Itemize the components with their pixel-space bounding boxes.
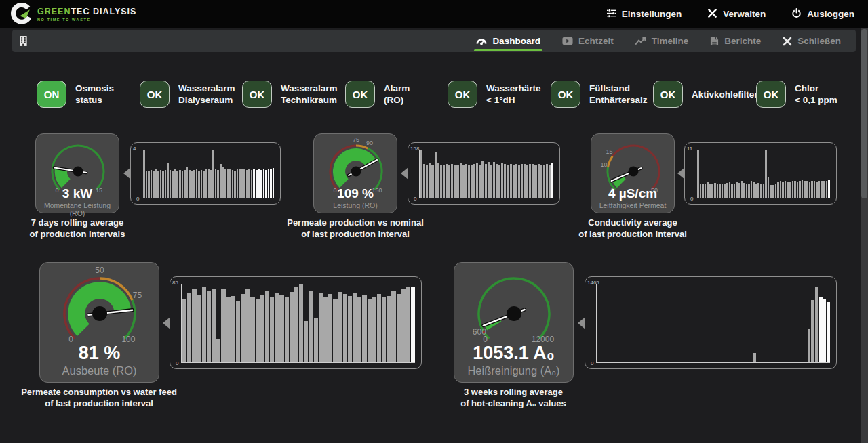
bar — [232, 170, 234, 198]
bar — [210, 170, 212, 198]
bar — [777, 182, 779, 198]
bar — [275, 293, 279, 362]
bar — [226, 297, 231, 362]
tab-echtzeit[interactable]: Echtzeit — [562, 36, 614, 46]
status-wasseralarm-dialyseraum-label: WasseralarmDialyseraum — [178, 83, 235, 106]
bar — [797, 182, 799, 198]
menu-verwalten[interactable]: Verwalten — [707, 8, 766, 20]
svg-text:75: 75 — [133, 291, 142, 300]
bar — [775, 184, 777, 198]
menu-ausloggen[interactable]: Ausloggen — [791, 8, 854, 20]
close-icon — [783, 37, 792, 46]
tab-berichte[interactable]: Berichte — [710, 36, 761, 46]
caption-leitfaehigkeit: Conductivity averageof last production i… — [551, 217, 714, 240]
status-aktivkohlefilter-label: Aktivkohlefilter — [692, 89, 758, 100]
caption-leistung: Permeate production vs nominalof last pr… — [274, 217, 437, 240]
bar — [808, 329, 811, 362]
chart-leistung-percent-history-card: 158 0 — [408, 142, 560, 205]
bar — [251, 170, 253, 198]
chart-tail-arrow — [401, 167, 408, 180]
bar — [184, 170, 186, 198]
bar — [700, 184, 702, 198]
bar — [187, 293, 191, 362]
bar — [749, 362, 753, 362]
bar — [753, 182, 755, 198]
bar — [694, 362, 698, 362]
bar — [488, 162, 490, 198]
bar — [800, 362, 803, 362]
bar — [323, 297, 328, 362]
bar — [811, 300, 814, 362]
bar — [521, 164, 523, 198]
bar — [217, 170, 219, 198]
bar — [285, 297, 289, 362]
menu-einstellungen[interactable]: Einstellungen — [606, 9, 682, 20]
bar — [697, 150, 699, 198]
bar — [221, 289, 225, 362]
scrollbar-track[interactable] — [861, 28, 868, 443]
bar — [189, 170, 191, 198]
bar — [524, 164, 526, 198]
scrollbar-thumb[interactable] — [861, 29, 867, 198]
status-chlor-label: Chlor< 0,1 ppm — [795, 83, 837, 106]
bar — [768, 177, 770, 198]
bar — [239, 169, 241, 198]
bar — [802, 180, 804, 198]
bar — [338, 292, 342, 362]
svg-text:75: 75 — [353, 136, 359, 143]
tab-dashboard[interactable]: Dashboard — [476, 36, 540, 46]
bar — [726, 183, 728, 198]
bar — [241, 169, 243, 198]
gauge-heissreinigung-label: Heißreinigung (A₀) — [454, 364, 573, 377]
bar — [806, 181, 808, 198]
bar — [423, 164, 425, 198]
bar — [501, 163, 503, 198]
chart-leistung-percent-history-plot — [419, 150, 553, 198]
bar — [224, 169, 226, 198]
bar — [212, 289, 216, 362]
bar — [513, 165, 515, 198]
bar — [760, 184, 762, 198]
tab-schliessen[interactable]: Schließen — [783, 36, 841, 46]
chart-tail-arrow — [123, 167, 131, 180]
bar — [182, 171, 184, 198]
bar — [451, 164, 453, 198]
report-icon — [710, 36, 719, 46]
bar — [243, 169, 245, 198]
y-axis-min-label: 0 — [136, 196, 139, 202]
bar — [782, 182, 784, 198]
menu-verwalten-label: Verwalten — [723, 9, 766, 19]
gauge-heissreinigung-value: 1053.1 A₀ — [454, 343, 573, 364]
bar — [703, 362, 706, 362]
bar — [343, 294, 347, 362]
bar — [722, 362, 726, 362]
bar — [357, 297, 361, 362]
bar — [711, 184, 713, 198]
gauge-leitfaehigkeit-value: 4 µS/cm — [591, 186, 674, 201]
bar — [192, 289, 196, 362]
bar — [314, 318, 318, 363]
gauge-leistung-label: Leistung (RO) — [314, 201, 397, 209]
bar — [526, 165, 528, 198]
bar — [448, 165, 450, 198]
gauge-leistung-value: 109 % — [314, 186, 397, 201]
bar — [755, 184, 757, 198]
bar — [705, 184, 707, 198]
bar — [319, 293, 323, 362]
bar — [260, 170, 262, 198]
bar — [763, 184, 765, 198]
bar — [698, 362, 702, 362]
building-icon[interactable] — [19, 35, 28, 47]
status-alarm-ro: OK Alarm(RO) — [345, 81, 410, 108]
bar — [260, 295, 264, 362]
bar — [823, 299, 827, 362]
bar — [748, 184, 750, 198]
tab-timeline[interactable]: Timeline — [635, 36, 689, 46]
bar — [172, 171, 174, 198]
bar — [248, 169, 250, 198]
bar — [411, 287, 415, 362]
y-axis-min-label: 0 — [690, 196, 693, 202]
bar — [549, 165, 551, 198]
status-osmosis-badge[interactable]: ON — [37, 81, 66, 108]
bar — [781, 362, 784, 362]
